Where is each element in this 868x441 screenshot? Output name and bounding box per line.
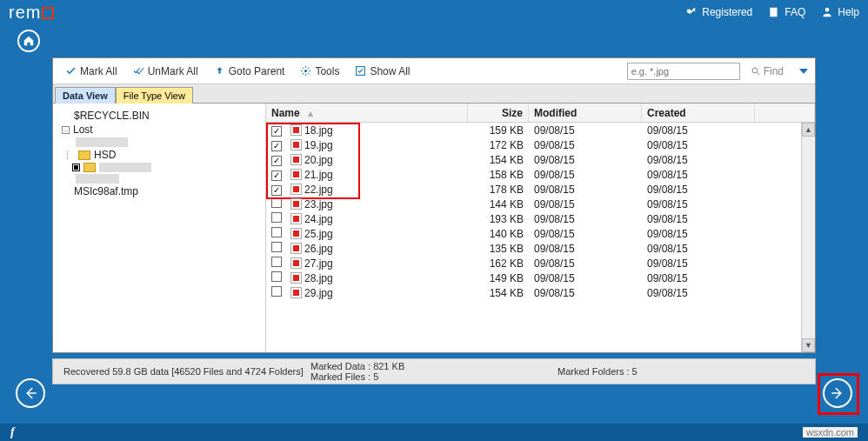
file-icon (290, 213, 302, 224)
table-row[interactable]: 28.jpg149 KB09/08/1509/08/15 (266, 271, 801, 285)
file-list-header: Name▴ Size Modified Created (266, 104, 815, 123)
table-row[interactable]: 21.jpg158 KB09/08/1509/08/15 (266, 167, 801, 182)
tab-data-view[interactable]: Data View (55, 87, 116, 104)
status-marked-files: Marked Files : 5 (310, 371, 558, 382)
file-created: 09/08/15 (642, 257, 755, 270)
tree-item-hsd-sub[interactable] (57, 162, 262, 173)
file-name: 24.jpg (304, 213, 333, 225)
row-checkbox[interactable] (271, 227, 282, 237)
file-size: 149 KB (468, 272, 529, 284)
svg-point-3 (752, 68, 758, 73)
find-dropdown-arrow[interactable] (799, 69, 808, 74)
file-name: 26.jpg (304, 243, 333, 255)
mark-all-button[interactable]: Mark All (60, 63, 123, 79)
file-name: 27.jpg (304, 257, 333, 270)
file-size: 154 KB (468, 154, 529, 166)
row-checkbox[interactable] (271, 141, 282, 151)
col-size-header[interactable]: Size (468, 104, 529, 122)
col-modified-header[interactable]: Modified (529, 104, 642, 122)
scroll-up-icon[interactable]: ▲ (802, 123, 815, 137)
row-checkbox[interactable] (271, 271, 282, 282)
home-button[interactable] (17, 30, 40, 52)
row-checkbox[interactable] (271, 286, 282, 297)
status-marked-folders: Marked Folders : 5 (558, 366, 805, 377)
row-checkbox[interactable] (271, 197, 282, 208)
tree-item-hsd[interactable]: HSD (57, 148, 262, 162)
status-recovered: Recovered 59.8 GB data [46520 Files and … (63, 366, 310, 377)
file-icon (290, 198, 302, 210)
file-modified: 09/08/15 (529, 272, 642, 284)
table-row[interactable]: 20.jpg154 KB09/08/1509/08/15 (266, 152, 801, 167)
file-created: 09/08/15 (642, 272, 755, 284)
row-checkbox[interactable] (271, 242, 282, 252)
help-button[interactable]: Help (821, 6, 859, 18)
row-checkbox[interactable] (271, 156, 282, 166)
find-label: Find (764, 65, 784, 77)
tree-item-sub2[interactable] (57, 173, 262, 184)
file-icon (290, 272, 302, 284)
row-checkbox[interactable] (271, 126, 282, 137)
file-list: Name▴ Size Modified Created 18.jpg159 KB… (266, 104, 815, 352)
tab-file-type-view[interactable]: File Type View (116, 87, 193, 104)
row-checkbox[interactable] (271, 170, 282, 181)
show-all-button[interactable]: Show All (350, 63, 415, 79)
main-panel: Mark All UnMark All Goto Parent Tools Sh… (52, 57, 816, 353)
file-icon (290, 124, 302, 136)
find-button[interactable]: Find (745, 65, 789, 77)
unmark-all-button[interactable]: UnMark All (128, 63, 204, 79)
table-row[interactable]: 23.jpg144 KB09/08/1509/08/15 (266, 197, 801, 211)
table-row[interactable]: 25.jpg140 KB09/08/1509/08/15 (266, 226, 801, 241)
vertical-scrollbar[interactable]: ▲ ▼ (801, 123, 815, 352)
col-created-header[interactable]: Created (642, 104, 755, 122)
file-icon (290, 139, 302, 150)
file-size: 162 KB (468, 257, 529, 270)
table-row[interactable]: 22.jpg178 KB09/08/1509/08/15 (266, 182, 801, 197)
file-icon (290, 154, 302, 165)
row-checkbox[interactable] (271, 212, 282, 223)
table-row[interactable]: 19.jpg172 KB09/08/1509/08/15 (266, 137, 801, 152)
table-row[interactable]: 27.jpg162 KB09/08/1509/08/15 (266, 256, 801, 271)
svg-point-1 (304, 70, 307, 72)
status-marked-data: Marked Data : 821 KB (310, 361, 558, 371)
tools-button[interactable]: Tools (295, 63, 344, 79)
folder-tree[interactable]: $RECYCLE.BIN - Lost HSD (53, 104, 266, 352)
row-checkbox[interactable] (271, 257, 282, 267)
gear-icon (300, 65, 311, 77)
registered-button[interactable]: Registered (685, 6, 752, 18)
table-row[interactable]: 18.jpg159 KB09/08/1509/08/15 (266, 123, 801, 137)
file-modified: 09/08/15 (529, 287, 642, 299)
home-icon (23, 35, 35, 47)
tree-item-sub[interactable] (57, 137, 262, 148)
file-rows[interactable]: 18.jpg159 KB09/08/1509/08/1519.jpg172 KB… (266, 123, 801, 352)
search-input[interactable] (627, 63, 740, 80)
file-modified: 09/08/15 (529, 257, 642, 270)
file-created: 09/08/15 (642, 139, 755, 151)
file-icon (290, 228, 302, 239)
file-modified: 09/08/15 (529, 213, 642, 225)
arrow-left-icon (23, 385, 38, 401)
brand-box-icon (42, 7, 54, 19)
facebook-icon[interactable]: f (10, 425, 15, 439)
nav-back-button[interactable] (16, 378, 45, 408)
registered-label: Registered (702, 6, 752, 18)
collapse-icon[interactable]: - (62, 126, 70, 134)
row-checkbox[interactable] (271, 185, 282, 196)
col-name-header[interactable]: Name▴ (266, 104, 468, 122)
table-row[interactable]: 29.jpg154 KB09/08/1509/08/15 (266, 285, 801, 300)
book-icon (768, 6, 780, 18)
file-modified: 09/08/15 (529, 228, 642, 240)
tree-label: HSD (94, 149, 116, 161)
table-row[interactable]: 24.jpg193 KB09/08/1509/08/15 (266, 211, 801, 226)
scroll-down-icon[interactable]: ▼ (802, 338, 815, 352)
goto-parent-button[interactable]: Goto Parent (209, 63, 290, 79)
tree-item-recycle[interactable]: $RECYCLE.BIN (57, 109, 262, 123)
file-icon (290, 257, 302, 269)
file-modified: 09/08/15 (529, 154, 642, 166)
tree-item-lost[interactable]: - Lost (57, 123, 262, 137)
faq-button[interactable]: FAQ (768, 6, 805, 18)
col-spacer (755, 104, 815, 122)
file-created: 09/08/15 (642, 124, 755, 137)
check-icon (65, 65, 77, 77)
tree-item-msic[interactable]: MSIc98af.tmp (57, 184, 262, 198)
table-row[interactable]: 26.jpg135 KB09/08/1509/08/15 (266, 241, 801, 256)
